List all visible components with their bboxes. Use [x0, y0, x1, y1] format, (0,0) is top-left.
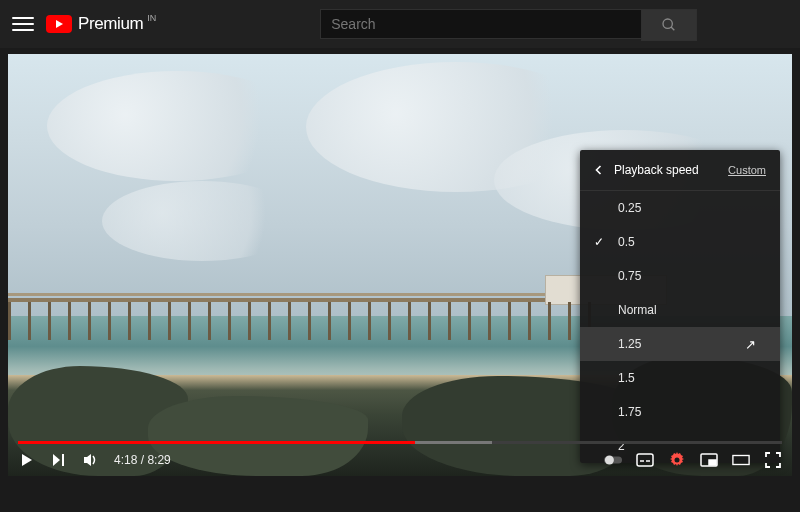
- fullscreen-icon: [765, 452, 781, 468]
- cursor-icon: ↖: [745, 337, 756, 352]
- duration: 8:29: [147, 453, 170, 467]
- subtitles-icon: [636, 453, 654, 467]
- speed-option[interactable]: 0.75: [580, 259, 780, 293]
- svg-marker-5: [84, 454, 91, 466]
- svg-line-1: [671, 27, 674, 30]
- svg-rect-8: [637, 454, 653, 466]
- autoplay-toggle[interactable]: [604, 451, 622, 469]
- youtube-logo[interactable]: Premium IN: [46, 14, 158, 34]
- next-icon: [51, 452, 67, 468]
- search-button[interactable]: [641, 9, 697, 41]
- miniplayer-button[interactable]: [700, 451, 718, 469]
- svg-rect-13: [709, 460, 716, 465]
- speed-option[interactable]: 1.5: [580, 361, 780, 395]
- menu-back-button[interactable]: [594, 165, 604, 175]
- volume-icon: [82, 451, 100, 469]
- youtube-play-icon: [46, 15, 72, 33]
- volume-button[interactable]: [82, 451, 100, 469]
- play-icon: [19, 452, 35, 468]
- theater-icon: [732, 454, 750, 466]
- playback-speed-title: Playback speed: [614, 163, 728, 177]
- svg-rect-14: [733, 456, 749, 465]
- speed-option[interactable]: 1.25↖: [580, 327, 780, 361]
- next-button[interactable]: [50, 451, 68, 469]
- svg-point-0: [663, 19, 672, 28]
- time-display: 4:18 / 8:29: [114, 453, 171, 467]
- country-code: IN: [147, 13, 156, 23]
- svg-point-11: [675, 458, 680, 463]
- svg-marker-3: [53, 454, 60, 466]
- search-bar: [320, 9, 697, 39]
- top-header: Premium IN: [0, 0, 800, 48]
- speed-option[interactable]: 0.25: [580, 191, 780, 225]
- brand-text: Premium: [78, 14, 143, 34]
- current-time: 4:18: [114, 453, 137, 467]
- video-player[interactable]: Playback speed Custom 0.250.50.75Normal1…: [8, 54, 792, 476]
- autoplay-icon: [604, 454, 622, 466]
- svg-point-7: [605, 456, 614, 465]
- settings-button[interactable]: [668, 451, 686, 469]
- speed-option[interactable]: 0.5: [580, 225, 780, 259]
- playback-speed-menu: Playback speed Custom 0.250.50.75Normal1…: [580, 150, 780, 463]
- subtitles-button[interactable]: [636, 451, 654, 469]
- player-controls: 4:18 / 8:29: [18, 444, 782, 476]
- fullscreen-button[interactable]: [764, 451, 782, 469]
- svg-marker-2: [22, 454, 32, 466]
- miniplayer-icon: [700, 453, 718, 467]
- playback-speed-menu-header: Playback speed Custom: [580, 150, 780, 191]
- search-icon: [661, 17, 677, 33]
- speed-option[interactable]: Normal: [580, 293, 780, 327]
- gear-icon: [669, 452, 685, 468]
- play-button[interactable]: [18, 451, 36, 469]
- chevron-left-icon: [594, 165, 604, 175]
- svg-rect-4: [62, 454, 64, 466]
- search-input[interactable]: [320, 9, 641, 39]
- speed-option[interactable]: 1.75: [580, 395, 780, 429]
- hamburger-menu-button[interactable]: [12, 13, 34, 35]
- playback-speed-custom-link[interactable]: Custom: [728, 164, 766, 176]
- theater-button[interactable]: [732, 451, 750, 469]
